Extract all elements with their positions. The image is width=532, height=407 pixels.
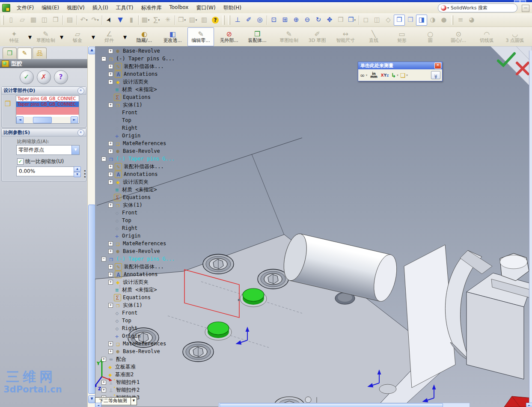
tree-item[interactable]: ✛Origin xyxy=(100,232,190,240)
expand-icon[interactable]: + xyxy=(108,264,113,269)
chevron-down-icon[interactable]: ▾ xyxy=(123,33,127,41)
scroll-down-icon[interactable]: ▼ xyxy=(88,395,95,403)
search-input[interactable]: SolidWorks 搜索 xyxy=(451,5,487,11)
expand-icon[interactable]: + xyxy=(108,149,113,154)
component-list-item[interactable]: Taper pins GB_GB_CONNEC xyxy=(16,101,79,107)
tree-item[interactable]: +◆设计活页夹 xyxy=(100,178,190,186)
chevron-down-icon[interactable]: ▾ xyxy=(354,18,356,22)
spin-down-icon[interactable]: ▼ xyxy=(74,172,81,177)
help-button[interactable]: ? xyxy=(210,15,221,26)
scroll-right-icon[interactable]: ► xyxy=(71,116,78,124)
tree-item[interactable]: ≡⋮材质 <未指定> xyxy=(100,86,190,93)
shaded-with-edges-button[interactable]: ❒ xyxy=(394,15,405,26)
expand-icon[interactable]: + xyxy=(108,49,113,53)
tangent-arc-button[interactable]: ◠切线弧 xyxy=(473,27,500,46)
propertymanager-tab[interactable]: ✎ xyxy=(18,48,32,59)
chevron-down-icon[interactable]: ▾ xyxy=(196,18,197,22)
make-drawing-button[interactable]: ▤▾ xyxy=(187,15,199,26)
tree-item[interactable]: +❑MateReferences xyxy=(100,240,190,247)
tree-item[interactable]: ◇Front xyxy=(100,309,190,317)
zoom-in-button[interactable]: ⊕ xyxy=(291,15,302,26)
tree-item[interactable]: +⊕Base-Revolve xyxy=(100,348,190,355)
tree-item[interactable]: +AAnnotations xyxy=(100,170,190,178)
tree-item[interactable]: +✎装配补偿器体... xyxy=(100,163,190,170)
tree-item[interactable]: ◆立板基准 xyxy=(100,363,190,371)
chevron-down-icon[interactable]: ▾ xyxy=(158,18,160,22)
panel-splitter-handle[interactable]: ◂◂◂ xyxy=(84,169,87,178)
scroll-thumb[interactable] xyxy=(220,403,443,407)
expand-icon[interactable]: + xyxy=(108,342,113,346)
tree-item[interactable]: +∞配合 xyxy=(100,355,190,363)
scroll-left-icon[interactable]: ◄ xyxy=(95,403,101,407)
tree-item[interactable]: ◇Front xyxy=(100,209,190,217)
xyz-icon[interactable]: XYZ xyxy=(381,73,389,77)
expand-icon[interactable]: + xyxy=(108,141,113,146)
tree-item[interactable]: +❐实体(1) xyxy=(100,301,190,309)
expand-icon[interactable]: + xyxy=(108,180,113,184)
chevron-down-icon[interactable]: ▾ xyxy=(148,18,150,22)
rectangle-button[interactable]: ▭矩形 xyxy=(389,27,415,46)
tree-item[interactable]: ◇Top xyxy=(100,217,190,224)
sketch-plane-icon[interactable]: ❏▾ xyxy=(400,72,409,79)
toolbar-grip[interactable] xyxy=(223,15,225,25)
chevron-down-icon[interactable]: ▼ xyxy=(131,398,137,405)
section-view-button[interactable]: ◨ xyxy=(416,15,427,26)
scroll-left-icon[interactable]: ◄ xyxy=(16,116,24,124)
toggle-button[interactable]: ▮ xyxy=(126,15,137,26)
markup-button[interactable]: ✐ xyxy=(243,15,254,26)
uniform-scale-checkbox[interactable]: ✓ xyxy=(17,158,24,165)
sketch-fillet-button[interactable]: ◝绘制圆角 xyxy=(530,27,532,46)
cancel-button[interactable]: ✗ xyxy=(37,70,51,84)
measure-popup-titlebar[interactable]: 单击此处来测量 ✕ xyxy=(358,62,442,69)
tree-item[interactable]: +◆设计活页夹 xyxy=(100,78,190,86)
search-box[interactable]: ▾ SolidWorks 搜索 xyxy=(438,3,517,12)
no-external-ref-button[interactable]: ⊘无外部... xyxy=(216,27,242,46)
components-listbox[interactable]: Taper pins GB_GB_CONNECTaper pins GB_GB_… xyxy=(16,95,79,124)
chevron-down-icon[interactable]: ▾ xyxy=(92,33,95,41)
tree-item[interactable]: +AAnnotations xyxy=(100,270,190,278)
tree-item[interactable]: ◇Right xyxy=(100,324,190,332)
expand-icon[interactable]: + xyxy=(101,357,106,362)
close-icon[interactable]: ✕ xyxy=(434,62,441,69)
expand-icon[interactable]: + xyxy=(101,380,106,385)
menu-窗口(W)[interactable]: 窗口(W) xyxy=(192,3,219,13)
menu-编辑(E)[interactable]: 编辑(E) xyxy=(38,3,63,13)
wireframe-button[interactable]: ◻ xyxy=(360,15,372,26)
chevron-down-icon[interactable]: ▾ xyxy=(447,6,449,10)
calipers-icon[interactable]: ∞▾ xyxy=(360,72,368,79)
expand-icon[interactable]: + xyxy=(108,349,113,354)
undo-button[interactable]: ↶▾ xyxy=(78,15,89,26)
design-table-button[interactable]: ▦▾ xyxy=(140,15,151,26)
realview-button[interactable]: ● xyxy=(438,15,449,26)
scroll-right-icon[interactable]: ► xyxy=(526,403,532,407)
tree-item[interactable]: ≡⋮材质 <未指定> xyxy=(100,186,190,193)
open-button[interactable]: ▱ xyxy=(17,15,28,26)
menu-工具(T)[interactable]: 工具(T) xyxy=(112,3,137,13)
zoom-fit-button[interactable]: ⊡ xyxy=(268,15,279,26)
tree-item[interactable]: +⊕Base-Revolve xyxy=(100,147,190,155)
menu-文件(F)[interactable]: 文件(F) xyxy=(13,3,38,13)
expand-icon[interactable]: + xyxy=(108,303,113,308)
tail-2-button[interactable]: ◕ xyxy=(466,15,477,26)
expand-icon[interactable]: + xyxy=(108,64,113,69)
ok-button[interactable]: ✓ xyxy=(20,70,34,84)
selection-filter-button[interactable]: ▼ xyxy=(115,15,126,26)
save-button[interactable]: ▦ xyxy=(28,15,39,26)
sheet-metal-button[interactable]: ▱钣金 xyxy=(64,27,91,46)
expand-icon[interactable]: + xyxy=(108,249,113,254)
tree-item[interactable]: +AAnnotations xyxy=(100,70,190,78)
measure-button[interactable]: ⊥ xyxy=(232,15,243,26)
menu-Toolbox[interactable]: Toolbox xyxy=(165,3,192,13)
chevron-down-icon[interactable]: ▾ xyxy=(60,33,63,41)
tree-item[interactable]: ◇Right xyxy=(100,124,190,132)
tree-item[interactable]: ✛Origin xyxy=(100,332,190,340)
scale-point-combobox[interactable]: 零部件原点 ▼ xyxy=(16,145,80,155)
socket-screw[interactable] xyxy=(203,254,234,274)
hidden-lines-visible-button[interactable]: ◫ xyxy=(372,15,383,26)
expand-icon[interactable]: + xyxy=(108,203,113,208)
collapse-icon[interactable]: − xyxy=(101,56,106,61)
tree-item[interactable]: −❒(-) Taper pins G... xyxy=(100,255,190,263)
scroll-thumb[interactable] xyxy=(33,117,52,123)
tree-item[interactable]: ΣEquations xyxy=(100,93,190,101)
zoom-area-button[interactable]: ⊞ xyxy=(279,15,291,26)
